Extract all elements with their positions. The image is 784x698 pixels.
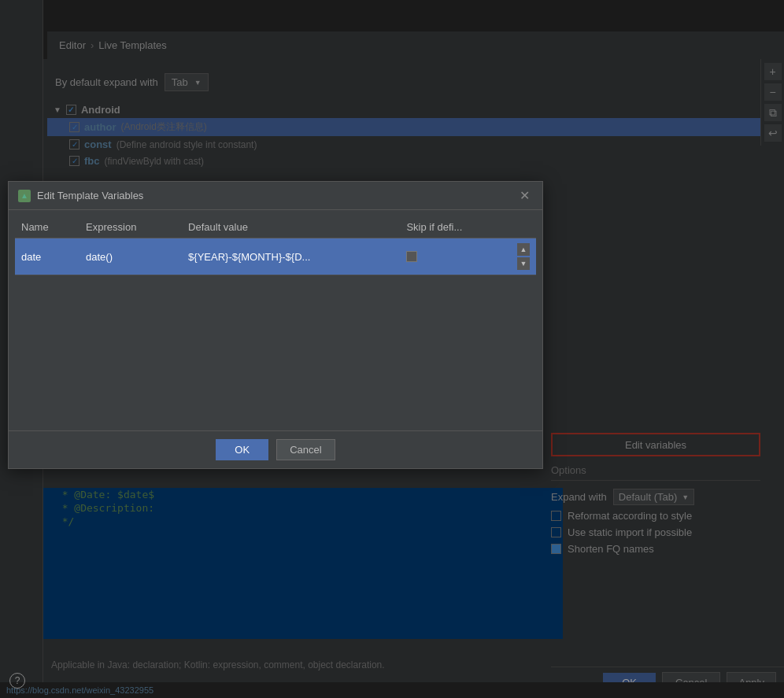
scroll-up-button[interactable]: ▲ [517,243,530,256]
scroll-col-header [511,216,536,238]
scroll-down-button[interactable]: ▼ [517,257,530,270]
row-expression: date() [80,238,182,275]
skip-checkbox[interactable] [406,251,417,262]
android-icon: ▲ [20,191,28,200]
variables-table: Name Expression Default value Skip if de… [15,216,536,275]
dialog-buttons: OK Cancel [9,430,542,468]
col-header-skip: Skip if defi... [400,216,511,238]
row-skip [400,238,511,275]
table-row[interactable]: date date() ${YEAR}-${MONTH}-${D... ▲ ▼ [15,238,536,275]
col-header-name: Name [15,216,80,238]
edit-template-variables-dialog: ▲ Edit Template Variables ✕ Name Express… [8,181,543,469]
dialog-ok-button[interactable]: OK [216,439,268,460]
scroll-col: ▲ ▼ [511,238,536,275]
dialog-title-icon: ▲ [18,190,31,202]
dialog-close-button[interactable]: ✕ [516,188,533,203]
col-header-default: Default value [182,216,400,238]
dialog-table-area: Name Expression Default value Skip if de… [9,210,542,430]
row-name: date [15,238,80,275]
dialog-title-bar: ▲ Edit Template Variables ✕ [9,182,542,210]
col-header-expression: Expression [80,216,182,238]
row-default: ${YEAR}-${MONTH}-${D... [182,238,400,275]
help-button[interactable]: ? [9,673,25,689]
dialog-cancel-button[interactable]: Cancel [276,439,335,460]
dialog-title-text: Edit Template Variables [37,190,510,201]
